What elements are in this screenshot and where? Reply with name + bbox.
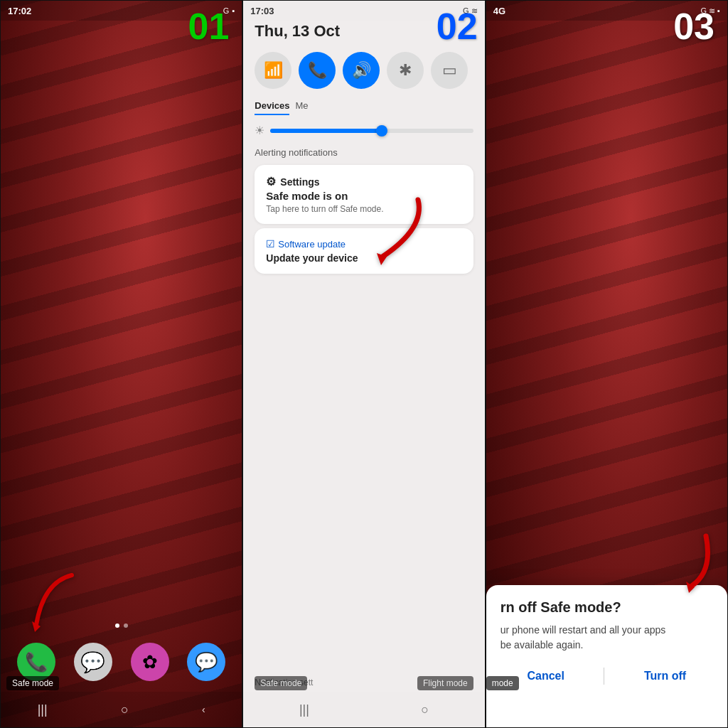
brightness-fill bbox=[270, 129, 382, 133]
brightness-row: ☀ bbox=[243, 118, 484, 143]
quick-tiles: 📶 📞 🔊 ✱ ▭ bbox=[243, 46, 484, 95]
turn-off-button[interactable]: Turn off bbox=[630, 664, 700, 688]
notification-shade: 17:03 G ≋ Thu, 13 Oct 📶 📞 🔊 ✱ ▭ Devices … bbox=[243, 1, 484, 727]
step-label-3: 03 bbox=[673, 5, 714, 48]
extra-tile[interactable]: ▭ bbox=[431, 52, 468, 89]
tab-me[interactable]: Me bbox=[295, 100, 308, 115]
dialog-buttons: Cancel Turn off bbox=[500, 664, 713, 688]
settings-icon: ⚙ bbox=[266, 175, 276, 188]
nav-home-2[interactable]: ○ bbox=[421, 702, 429, 717]
cancel-button[interactable]: Cancel bbox=[513, 664, 578, 688]
bottom-labels: Safe mode Flight mode bbox=[243, 676, 484, 690]
software-update-card[interactable]: ☑ Software update Update your device bbox=[255, 228, 473, 274]
battery-icon: ▪ bbox=[232, 6, 235, 15]
dialog-body: ur phone will restart and all your appsb… bbox=[500, 623, 713, 653]
brightness-thumb[interactable] bbox=[376, 125, 387, 136]
status-time-3: 4G bbox=[493, 6, 505, 16]
page-dots bbox=[115, 623, 128, 628]
panel-2: 17:03 G ≋ Thu, 13 Oct 📶 📞 🔊 ✱ ▭ Devices … bbox=[242, 0, 485, 728]
nav-recent-2[interactable]: ||| bbox=[299, 702, 309, 717]
nav-home-1[interactable]: ○ bbox=[121, 702, 129, 717]
arrow-1 bbox=[22, 568, 86, 642]
sound-tile[interactable]: 🔊 bbox=[343, 52, 380, 89]
nav-recent-1[interactable]: ||| bbox=[38, 702, 48, 717]
dock-messages-icon[interactable]: 💬 bbox=[187, 643, 225, 681]
panel-1: 17:02 G ▪ 01 📞 💬 ✿ 💬 Safe mode ||| ○ ‹ bbox=[0, 0, 242, 728]
checkbox-icon: ☑ bbox=[266, 238, 275, 250]
dock-flower-icon[interactable]: ✿ bbox=[131, 643, 169, 681]
dock-phone-icon[interactable]: 📞 bbox=[17, 643, 55, 681]
safe-mode-badge-1: Safe mode bbox=[6, 676, 59, 690]
safe-mode-card[interactable]: ⚙ Settings Safe mode is on Tap here to t… bbox=[255, 165, 473, 224]
wifi-tile[interactable]: 📶 bbox=[255, 52, 291, 89]
panel-3: 4G G ≋ ▪ 03 rn off Safe mode? ur phone w… bbox=[486, 0, 728, 728]
bottom-nav-2: ||| ○ bbox=[243, 692, 484, 727]
alerting-label: Alerting notifications bbox=[243, 143, 484, 161]
safe-mode-dialog: rn off Safe mode? ur phone will restart … bbox=[486, 585, 727, 727]
dialog-title-text: rn off Safe mode? bbox=[500, 599, 621, 615]
dot-inactive bbox=[124, 623, 128, 628]
software-update-link[interactable]: ☑ Software update bbox=[266, 238, 461, 250]
safe-mode-instruction: Tap here to turn off Safe mode. bbox=[266, 204, 461, 214]
arrow-3 bbox=[649, 529, 720, 603]
call-tile[interactable]: 📞 bbox=[299, 52, 336, 89]
status-time-2: 17:03 bbox=[250, 6, 274, 16]
safe-mode-badge-3: mode bbox=[486, 676, 519, 690]
update-device-text: Update your device bbox=[266, 252, 461, 264]
safe-mode-on-text: Safe mode is on bbox=[266, 190, 461, 202]
step-label-2: 02 bbox=[437, 5, 478, 48]
flight-mode-label: Flight mode bbox=[417, 676, 473, 690]
safe-mode-label-2: Safe mode bbox=[255, 676, 307, 690]
safe-mode-card-title: ⚙ Settings bbox=[266, 175, 461, 188]
bt-tile[interactable]: ✱ bbox=[387, 52, 424, 89]
dialog-divider bbox=[604, 668, 604, 685]
dock-whatsapp-icon[interactable]: 💬 bbox=[74, 643, 112, 681]
tab-row: Devices Me bbox=[243, 95, 484, 118]
status-time-1: 17:02 bbox=[8, 6, 31, 16]
tab-devices[interactable]: Devices bbox=[255, 100, 289, 115]
nav-back-1[interactable]: ‹ bbox=[202, 704, 205, 715]
bottom-nav-1: ||| ○ ‹ bbox=[1, 692, 242, 727]
brightness-track[interactable] bbox=[270, 129, 473, 133]
dot-active bbox=[115, 623, 119, 628]
brightness-icon: ☀ bbox=[255, 124, 264, 137]
step-label-1: 01 bbox=[188, 5, 229, 48]
